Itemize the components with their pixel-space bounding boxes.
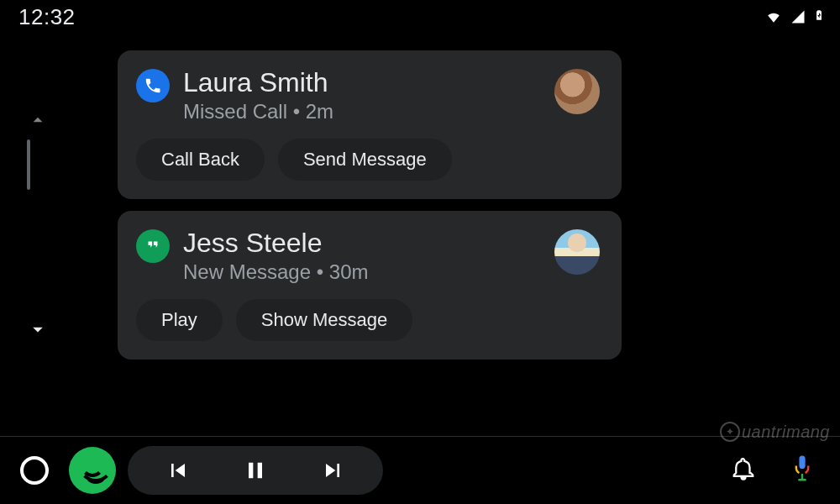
status-bar: 12:32 [0,0,840,34]
microphone-icon[interactable] [790,454,815,487]
chevron-down-icon[interactable] [26,318,50,344]
wifi-icon [764,4,783,30]
contact-avatar [554,69,600,114]
notification-card: Jess Steele New Message • 30m Play Show … [118,211,622,360]
phone-icon [136,69,170,102]
status-time: 12:32 [18,4,76,30]
svg-rect-0 [799,455,805,469]
hangouts-icon [136,229,170,263]
notification-title: Laura Smith [183,67,603,98]
scroll-indicator [25,109,50,344]
spotify-icon[interactable] [69,447,116,494]
status-icons [764,4,825,30]
pause-button[interactable] [242,457,269,484]
notification-list: Laura Smith Missed Call • 2m Call Back S… [118,50,622,360]
svg-rect-2 [798,479,806,480]
scroll-track [27,139,30,190]
battery-icon [813,4,825,30]
send-message-button[interactable]: Send Message [278,139,452,181]
notification-title: Jess Steele [183,228,603,259]
call-back-button[interactable]: Call Back [136,139,265,181]
play-button[interactable]: Play [136,299,223,341]
notification-subtitle: Missed Call • 2m [183,100,603,123]
cellular-icon [790,4,806,30]
app-launcher-button[interactable] [20,456,49,485]
chevron-up-icon[interactable] [27,109,49,190]
notification-card: Laura Smith Missed Call • 2m Call Back S… [118,50,622,199]
previous-track-button[interactable] [165,457,192,484]
bottom-nav [0,437,840,504]
show-message-button[interactable]: Show Message [236,299,412,341]
notification-subtitle: New Message • 30m [183,260,603,284]
next-track-button[interactable] [319,457,346,484]
media-controls [128,446,383,495]
notifications-icon[interactable] [731,456,756,485]
contact-avatar [554,229,600,275]
